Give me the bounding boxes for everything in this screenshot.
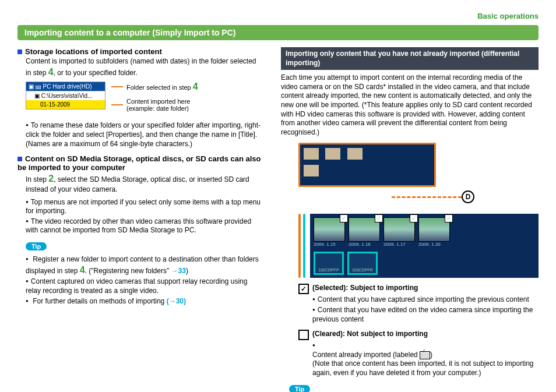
orange-bar-icon <box>298 214 301 278</box>
callout-bars <box>298 214 305 278</box>
dashed-arrow-icon <box>392 196 462 198</box>
left-column: Storage locations of imported content Co… <box>17 47 263 392</box>
cleared-item: Content already imported (labeled ) (Not… <box>312 341 539 377</box>
blue-marker-icon <box>17 50 22 54</box>
folder-callouts: Folder selected in step 4 Content import… <box>111 82 198 118</box>
folder-row: 102CDPFP 103CDPFR <box>314 252 535 275</box>
folder-tree-example: ▣ 🖴 PC Hard drive(HD) ▣ C:\Users\vista\V… <box>26 82 263 118</box>
tip-more-methods: For further details on methods of import… <box>26 297 263 306</box>
date-item: ✓2009. 1.16 <box>349 217 380 247</box>
checkbox-icon: ✓ <box>340 214 348 223</box>
heading-storage-locations: Storage locations of imported content <box>17 47 263 56</box>
date-item: ✓2009. 1.17 <box>383 217 415 247</box>
thumb-icon <box>347 148 363 160</box>
thumb-icon <box>325 148 340 160</box>
date-thumb: ✓ <box>349 217 380 242</box>
tree-drive-label: PC Hard drive(HD) <box>43 83 92 90</box>
folder-thumb: 103CDPFR <box>347 252 378 275</box>
cleared-list: Content already imported (labeled ) (Not… <box>312 341 539 377</box>
callout-selected-folder: Folder selected in step 4 <box>111 82 198 92</box>
sd-intro-a: In step <box>26 175 48 183</box>
thumb-icon <box>304 148 319 160</box>
sd-note-2: The video recorded by other than video c… <box>26 217 263 235</box>
step4-ref-3: 4 <box>80 265 85 275</box>
tip-badge: Tip <box>26 242 47 250</box>
right-column: Importing only content that you have not… <box>281 47 539 392</box>
date-item: ✓2009. 1.15 <box>314 217 345 247</box>
heading-differential-importing: Importing only content that you have not… <box>281 47 539 70</box>
selected-legend: ✓ (Selected): Subject to importing Conte… <box>298 284 539 327</box>
folder-label: 102CDPFP <box>318 268 339 272</box>
checkbox-icon: ✓ <box>445 214 453 223</box>
tree-drive-row: ▣ 🖴 PC Hard drive(HD) <box>26 82 105 91</box>
link-30[interactable]: (→30) <box>167 297 186 305</box>
blue-marker-icon <box>17 157 22 161</box>
folder-tree: ▣ 🖴 PC Hard drive(HD) ▣ C:\Users\vista\V… <box>26 82 105 110</box>
checkbox-checked-icon: ✓ <box>298 284 309 294</box>
cleared-heading: (Cleared): Not subject to importing <box>312 330 539 338</box>
tip-list-left: Register a new folder to import content … <box>26 255 263 306</box>
page-title-bar: Importing content to a computer (Simply … <box>17 25 539 40</box>
label-d-badge: D <box>462 190 474 203</box>
sd-note-1: Top menus are not imported if you select… <box>26 198 263 216</box>
sd-intro: In step 2, select the SD Media Storage, … <box>26 173 263 194</box>
tree-path-row: ▣ C:\Users\vista\Vid... <box>26 91 105 100</box>
step4-ref-2: 4 <box>193 82 198 91</box>
storage-intro-b: , or to your specified folder. <box>54 69 138 77</box>
folder-label: 103CDPFR <box>352 268 373 272</box>
cyan-bar-icon <box>303 214 305 278</box>
heading-sd-import-text: Content on SD Media Storage, optical dis… <box>17 154 261 172</box>
orange-line-icon <box>111 86 123 87</box>
date-row: ✓2009. 1.15 ✓2009. 1.16 ✓2009. 1.17 ✓200… <box>314 217 535 247</box>
cleared-legend: (Cleared): Not subject to importing Cont… <box>298 330 539 381</box>
selected-item: Content that you have captured since imp… <box>312 295 539 305</box>
checkbox-icon: ✓ <box>375 214 383 223</box>
ss-top-window <box>298 143 436 187</box>
tree-path-label: C:\Users\vista\Vid... <box>41 93 93 99</box>
date-thumb: ✓ <box>383 217 415 242</box>
tip-a2: . ("Registering new folders" <box>85 267 171 275</box>
tree-date-label: 01-15-2009 <box>40 101 70 108</box>
heading-sd-import: Content on SD Media Storage, optical dis… <box>17 154 263 172</box>
date-label: 2009. 1.15 <box>314 242 336 247</box>
tip-relay: Content captured on video cameras that s… <box>26 277 263 295</box>
section-header: Basic operations <box>17 12 539 20</box>
link-33[interactable]: →33 <box>171 267 186 275</box>
tip-c1: For further details on methods of import… <box>33 297 166 305</box>
heading-storage-locations-text: Storage locations of imported content <box>25 47 162 56</box>
hdd-imported-icon <box>420 351 430 359</box>
sd-notes-list: Top menus are not imported if you select… <box>26 198 263 235</box>
cleared-b1: Content already imported (labeled <box>312 351 420 359</box>
step-4-ref: 4 <box>48 67 54 77</box>
date-label: 2009. 1.20 <box>418 242 441 247</box>
tip-a-close: ) <box>186 267 188 275</box>
folder-thumb: 102CDPFP <box>314 252 344 275</box>
date-item: ✓2009. 1.20 <box>418 217 450 247</box>
callout-date-folder: Content imported here (example: date fol… <box>111 98 198 112</box>
checkbox-empty-icon <box>298 330 309 340</box>
ss-bottom-wrap: ✓2009. 1.15 ✓2009. 1.16 ✓2009. 1.17 ✓200… <box>298 214 539 278</box>
checkbox-icon: ✓ <box>410 214 418 223</box>
date-thumb: ✓ <box>418 217 450 242</box>
differential-paragraph: Each time you attempt to import content … <box>281 73 539 137</box>
step-2-ref: 2 <box>48 174 54 183</box>
callout2-text: Content imported here (example: date fol… <box>126 98 190 112</box>
sd-intro-b: , select the SD Media Storage, optical d… <box>26 175 249 193</box>
storage-intro: Content is imported to subfolders (named… <box>26 57 263 78</box>
tip-badge-right: Tip <box>289 385 310 393</box>
rename-note-list: To rename these date folders or your spe… <box>26 121 263 149</box>
callout1-text: Folder selected in step <box>126 84 193 91</box>
selected-item: Content that you have edited on the vide… <box>312 306 539 324</box>
tree-date-row: 01-15-2009 <box>26 100 105 109</box>
ss-bottom-panel: ✓2009. 1.15 ✓2009. 1.16 ✓2009. 1.17 ✓200… <box>310 214 539 278</box>
tip-register-folder: Register a new folder to import content … <box>26 255 263 276</box>
app-screenshot-mock: D ✓2009. 1.15 ✓2009. 1.16 ✓2009. 1.17 ✓2… <box>298 143 539 278</box>
orange-line-icon <box>111 104 123 105</box>
thumb-icon <box>304 165 319 176</box>
date-label: 2009. 1.16 <box>349 242 371 247</box>
selected-list: Content that you have captured since imp… <box>312 295 539 324</box>
date-thumb: ✓ <box>314 217 345 242</box>
date-label: 2009. 1.17 <box>383 242 406 247</box>
rename-note: To rename these date folders or your spe… <box>26 121 263 149</box>
selected-heading: (Selected): Subject to importing <box>312 284 539 292</box>
